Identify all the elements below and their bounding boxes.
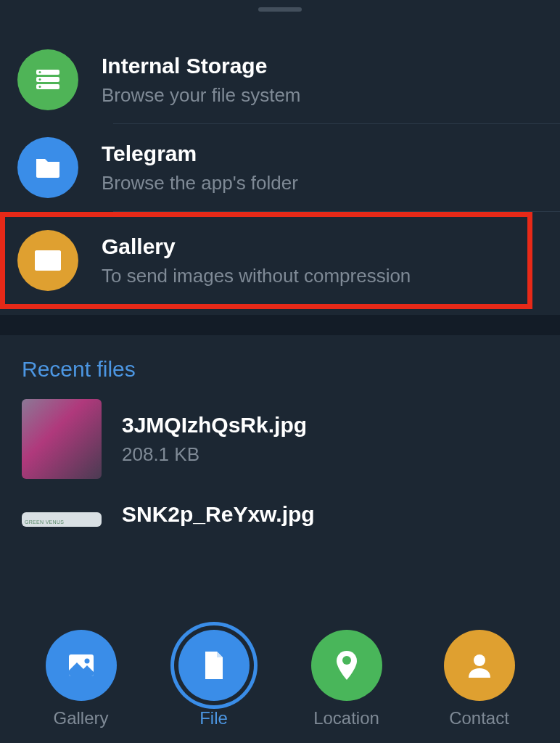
svg-point-8 [84,659,89,664]
section-gap [0,315,560,335]
contact-icon [444,630,515,701]
nav-label: Location [313,708,379,728]
svg-point-10 [474,654,485,666]
svg-point-5 [39,86,41,88]
storage-item-title: Telegram [102,141,543,166]
storage-item-text: Gallery To send images without compressi… [102,234,515,287]
nav-file[interactable]: File [178,630,250,728]
storage-options-list: Internal Storage Browse your file system… [0,0,560,309]
storage-item-text: Telegram Browse the app's folder [102,141,543,194]
nav-label: Gallery [53,708,108,728]
storage-item-title: Gallery [102,234,515,259]
storage-item-subtitle: Browse the app's folder [102,172,543,194]
nav-gallery[interactable]: Gallery [46,630,117,728]
storage-item-telegram[interactable]: Telegram Browse the app's folder [0,124,560,211]
file-thumbnail [22,399,102,479]
file-thumbnail [22,512,102,527]
nav-location[interactable]: Location [311,630,382,728]
svg-point-3 [39,71,41,73]
nav-label: Contact [449,708,509,728]
storage-item-text: Internal Storage Browse your file system [102,54,543,107]
storage-item-title: Internal Storage [102,54,543,78]
gallery-icon [46,630,117,701]
storage-item-subtitle: Browse your file system [102,84,543,107]
file-name: SNK2p_ReYxw.jpg [122,502,315,527]
file-icon [178,630,250,701]
svg-point-4 [39,78,41,81]
location-icon [311,630,382,701]
storage-item-subtitle: To send images without compression [102,265,515,287]
bottom-nav: Gallery File Location Contact [0,618,560,743]
image-icon [17,230,78,291]
recent-file-item[interactable]: SNK2p_ReYxw.jpg [22,502,538,527]
file-name: 3JMQIzhQsRk.jpg [122,413,307,438]
recent-files-section: Recent files 3JMQIzhQsRk.jpg 208.1 KB SN… [0,335,560,527]
storage-item-internal[interactable]: Internal Storage Browse your file system [0,36,560,123]
nav-label: File [199,708,228,728]
recent-files-heading: Recent files [22,357,538,382]
storage-item-gallery[interactable]: Gallery To send images without compressi… [0,212,532,309]
file-text: SNK2p_ReYxw.jpg [122,502,315,527]
file-text: 3JMQIzhQsRk.jpg 208.1 KB [122,413,307,466]
nav-contact[interactable]: Contact [444,630,515,728]
file-size: 208.1 KB [122,443,307,466]
drag-handle[interactable] [258,7,302,12]
folder-icon [17,137,78,198]
storage-drive-icon [17,49,78,110]
svg-point-9 [342,656,351,665]
recent-file-item[interactable]: 3JMQIzhQsRk.jpg 208.1 KB [22,399,538,479]
